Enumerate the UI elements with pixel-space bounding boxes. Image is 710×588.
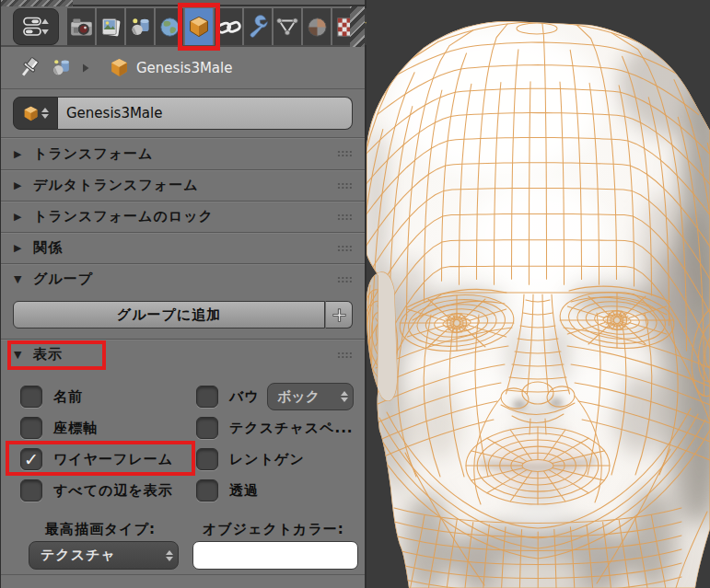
checkbox-draw-all-edges-label: すべての辺を表示 (53, 482, 173, 500)
display-row-3: ✓ ワイヤーフレーム レントゲン (1, 444, 365, 475)
checkbox-transparency-label: 透過 (229, 482, 259, 500)
properties-header (1, 6, 365, 47)
bounds-type-value: ボック (277, 388, 320, 406)
max-draw-type-label: 最高描画タイプ: (45, 521, 156, 538)
breadcrumb: Genesis3Male (1, 47, 365, 88)
panel-drag-grip[interactable] (337, 352, 353, 359)
world-icon (158, 16, 181, 39)
panel-delta-transform-label: デルタトランスフォーム (33, 177, 199, 194)
max-draw-type-dropdown[interactable]: テクスチャ (29, 541, 179, 570)
display-row-2: 座標軸 テクスチャスペ... (1, 412, 365, 444)
area-corner-grip-right[interactable] (350, 6, 365, 47)
checkbox-textured-solid[interactable] (196, 417, 218, 439)
display-options: 名前 バウ ボック 座標軸 (1, 370, 365, 510)
panel-relations[interactable]: ▶ 関係 (1, 232, 365, 263)
annotation-box-wireframe (6, 441, 195, 476)
material-sphere-icon (306, 16, 329, 39)
scene-crumb-icon[interactable] (51, 57, 72, 78)
collapse-arrow-icon: ▶ (14, 211, 33, 223)
checkbox-bounds-label: バウ (229, 388, 260, 406)
checkbox-xray-label: レントゲン (229, 451, 305, 468)
object-color-label: オブジェクトカラー: (203, 521, 344, 538)
panel-drag-grip[interactable] (337, 245, 353, 252)
pin-icon[interactable] (17, 55, 41, 80)
object-cube-small-icon (22, 105, 40, 122)
wireframe-head-render (367, 0, 710, 588)
checkbox-bounds[interactable] (196, 386, 218, 408)
wrench-icon (246, 15, 270, 39)
tab-scene[interactable] (126, 8, 154, 45)
properties-editor-icon (23, 15, 49, 39)
object-name-value: Genesis3Male (66, 105, 162, 121)
display-row-1: 名前 バウ ボック (1, 381, 365, 412)
browse-updown-icon (41, 108, 49, 119)
collapse-arrow-icon: ▶ (14, 242, 33, 254)
breadcrumb-arrow-icon (81, 63, 90, 74)
scene-icon (129, 16, 152, 39)
annotation-box-display (7, 340, 106, 370)
dropdown-updown-icon (166, 550, 173, 561)
tab-object[interactable] (185, 8, 213, 45)
group-panel-content: グループに追加 (1, 294, 365, 339)
chain-icon (216, 16, 241, 39)
display-row-4: すべての辺を表示 透過 (1, 475, 365, 506)
panel-transform[interactable]: ▶ トランスフォーム (1, 138, 365, 169)
collapse-arrow-icon: ▶ (14, 148, 33, 160)
breadcrumb-object[interactable]: Genesis3Male (109, 57, 232, 78)
render-layers-icon (99, 16, 122, 39)
properties-panel: Genesis3Male Genesis3Male (0, 0, 367, 588)
checkbox-axis[interactable] (20, 417, 42, 439)
object-color-swatch[interactable] (192, 541, 358, 570)
mesh-data-icon (275, 16, 299, 38)
checkbox-textured-solid-label: テクスチャスペ... (229, 420, 354, 437)
display-bottom-controls: 最高描画タイプ: オブジェクトカラー: テクスチャ (1, 510, 365, 588)
tab-render[interactable] (67, 8, 95, 45)
checkbox-draw-all-edges[interactable] (20, 479, 42, 502)
app-window: Genesis3Male Genesis3Male (0, 0, 710, 588)
tab-data[interactable] (274, 8, 301, 45)
camera-icon (70, 16, 93, 39)
panel-transform-locks-label: トランスフォームのロック (33, 208, 214, 225)
checkbox-name[interactable] (20, 386, 42, 408)
panel-drag-grip[interactable] (337, 276, 353, 283)
plus-icon (332, 307, 347, 323)
checkbox-xray[interactable] (196, 448, 218, 470)
add-to-group-label: グループに追加 (117, 306, 221, 324)
viewport-3d[interactable] (367, 0, 710, 588)
panel-transform-label: トランスフォーム (33, 145, 153, 163)
checkbox-transparency[interactable] (196, 479, 218, 502)
area-corner-grip-left[interactable] (1, 0, 73, 6)
area-top-edge (1, 0, 365, 6)
tab-modifiers[interactable] (244, 8, 272, 45)
panel-groups-label: グループ (33, 271, 93, 288)
property-tabs (67, 8, 390, 45)
checkbox-axis-label: 座標軸 (53, 420, 98, 437)
tab-render-layers[interactable] (97, 8, 124, 45)
panel-delta-transform[interactable]: ▶ デルタトランスフォーム (1, 169, 365, 201)
breadcrumb-object-name: Genesis3Male (136, 60, 232, 76)
tab-material[interactable] (303, 8, 331, 45)
panel-drag-grip[interactable] (337, 150, 353, 157)
panel-drag-grip[interactable] (337, 182, 353, 190)
bounds-type-dropdown[interactable]: ボック (267, 383, 354, 410)
max-draw-type-value: テクスチャ (41, 547, 116, 564)
collapse-arrow-icon: ▶ (14, 179, 33, 191)
object-name-field[interactable]: Genesis3Male (58, 97, 353, 130)
checkbox-name-label: 名前 (53, 388, 83, 406)
add-to-group-button[interactable]: グループに追加 (13, 301, 325, 329)
editor-type-selector[interactable] (13, 8, 59, 45)
tab-world[interactable] (156, 8, 183, 45)
tab-constraints[interactable] (215, 8, 242, 45)
browse-object-button[interactable] (13, 97, 58, 130)
panel-transform-locks[interactable]: ▶ トランスフォームのロック (1, 201, 365, 232)
panel-display[interactable]: ▼ 表示 (1, 339, 365, 370)
panel-drag-grip[interactable] (337, 213, 353, 221)
object-cube-crumb-icon (109, 57, 130, 78)
object-cube-icon (187, 15, 211, 39)
new-group-button[interactable] (325, 301, 353, 329)
panel-groups[interactable]: ▼ グループ (1, 263, 365, 294)
separator (1, 574, 365, 575)
dropdown-updown-icon (341, 391, 348, 402)
name-row: Genesis3Male (1, 89, 365, 137)
properties-body: Genesis3Male Genesis3Male (1, 47, 365, 588)
